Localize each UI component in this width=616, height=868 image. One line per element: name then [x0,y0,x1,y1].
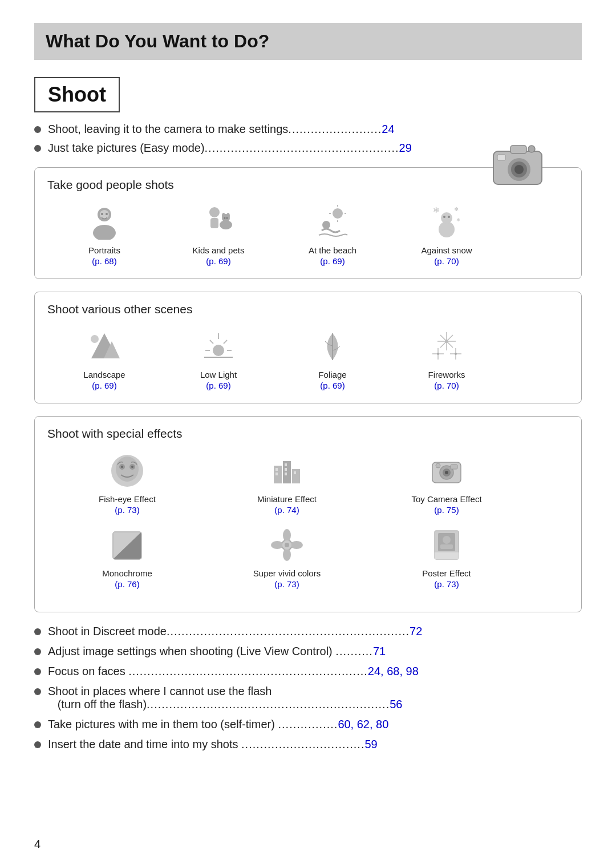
monochrome-icon [107,525,147,565]
icon-foliage: Foliage (p. 69) [275,326,390,390]
portrait-icon [84,202,124,242]
beach-label: At the beach [309,245,356,255]
other-scenes-title: Shoot various other scenes [47,302,569,316]
special-effects-box: Shoot with special effects Fish-eye [34,416,582,612]
svg-rect-72 [292,469,300,484]
svg-point-27 [439,221,455,237]
icon-toy-camera: Toy Camera Effect (p. 75) [367,451,526,515]
svg-point-91 [283,529,291,542]
special-effects-row1: Fish-eye Effect (p. 73) [47,451,569,515]
super-vivid-page[interactable]: (p. 73) [274,579,299,589]
bullet-dot [34,688,41,695]
super-vivid-label: Super vivid colors [253,568,321,578]
miniature-page[interactable]: (p. 74) [274,505,299,515]
poster-label: Poster Effect [422,568,471,578]
low-light-icon [198,326,238,366]
svg-rect-75 [285,463,287,466]
page-link-56[interactable]: 56 [390,698,402,710]
landscape-label: Landscape [83,370,125,380]
foliage-label: Foliage [318,370,346,380]
monochrome-label: Monochrome [102,568,152,578]
kids-pets-page[interactable]: (p. 69) [206,256,230,266]
portrait-page[interactable]: (p. 68) [92,256,116,266]
page-link-24-68-98[interactable]: 24, 68, 98 [368,665,419,677]
page-link-24[interactable]: 24 [382,123,394,136]
icon-fireworks: Fireworks (p. 70) [390,326,504,390]
icon-monochrome: Monochrome (p. 76) [47,525,207,589]
svg-point-20 [226,217,228,219]
svg-rect-80 [269,483,305,488]
icon-miniature: Miniature Effect (p. 74) [207,451,367,515]
svg-point-29 [443,216,445,218]
beach-page[interactable]: (p. 69) [320,256,345,266]
bullet-dot [34,145,41,152]
page-link-29[interactable]: 29 [399,142,412,155]
svg-point-7 [528,146,535,152]
page-link-72[interactable]: 72 [410,625,422,637]
snow-page[interactable]: (p. 70) [434,256,459,266]
svg-point-13 [209,207,220,217]
svg-line-52 [440,341,447,348]
poster-icon [427,525,467,565]
bullet-discreet: Shoot in Discreet mode..................… [34,625,582,638]
page-link-71[interactable]: 71 [373,645,386,657]
bullet-dot [34,628,41,635]
svg-point-96 [285,543,289,547]
svg-rect-78 [294,471,296,474]
super-vivid-icon [267,525,307,565]
icon-fisheye: Fish-eye Effect (p. 73) [47,451,207,515]
svg-rect-100 [440,544,453,549]
bullet-dot [34,648,41,655]
page-link-59[interactable]: 59 [364,738,377,750]
foliage-page[interactable]: (p. 69) [320,381,345,390]
toy-camera-icon [427,451,467,491]
camera-icon [491,140,548,191]
low-light-label: Low Light [200,370,237,380]
fireworks-icon [427,326,467,366]
bullet-dot [34,668,41,675]
other-scenes-grid: Landscape (p. 69) Low Light (p. 69) [47,326,569,390]
fireworks-page[interactable]: (p. 70) [434,381,459,390]
svg-text:❄: ❄ [433,205,440,215]
fisheye-label: Fish-eye Effect [99,494,156,504]
svg-point-30 [448,216,450,218]
svg-point-9 [93,225,116,240]
svg-rect-14 [210,218,218,228]
bullet-item-1: Shoot, leaving it to the camera to make … [34,123,582,136]
bullet-focus-faces: Focus on faces .........................… [34,665,582,678]
icon-poster: Poster Effect (p. 73) [367,525,526,589]
svg-point-68 [121,466,123,468]
svg-line-39 [210,340,213,344]
svg-point-21 [333,208,343,219]
low-light-page[interactable]: (p. 69) [206,381,230,390]
snow-icon: ❄ ❄ ❄ [427,202,467,242]
svg-line-40 [224,340,227,344]
icon-kids-pets: Kids and pets (p. 69) [161,202,275,266]
toy-camera-page[interactable]: (p. 75) [434,505,459,515]
page-title: What Do You Want to Do? [34,23,582,60]
icon-landscape: Landscape (p. 69) [47,326,161,390]
svg-line-51 [447,335,453,341]
snow-label: Against snow [421,245,472,255]
svg-point-19 [224,217,226,219]
svg-point-94 [290,541,303,549]
bullet-dot [34,126,41,133]
landscape-page[interactable]: (p. 69) [92,381,116,390]
svg-point-37 [213,345,224,356]
fisheye-page[interactable]: (p. 73) [115,505,139,515]
svg-point-93 [271,541,283,549]
kids-pets-icon [198,202,238,242]
svg-point-4 [514,165,524,174]
special-effects-row2: Monochrome (p. 76) Super vivid colors (p… [47,525,569,589]
icon-super-vivid: Super vivid colors (p. 73) [207,525,367,589]
fisheye-icon [107,451,147,491]
monochrome-page[interactable]: (p. 76) [115,579,139,589]
svg-point-92 [283,548,291,561]
shoot-label: Shoot [34,77,120,112]
bullet-date-time: Insert the date and time into my shots .… [34,738,582,751]
svg-rect-5 [510,146,526,154]
page-link-60-62-80[interactable]: 60, 62, 80 [338,718,388,730]
poster-page[interactable]: (p. 73) [434,579,459,589]
svg-point-99 [443,536,451,544]
svg-rect-79 [269,453,305,460]
